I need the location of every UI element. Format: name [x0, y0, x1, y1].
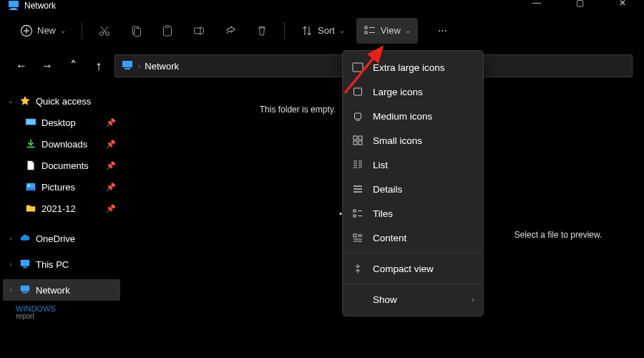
network-icon	[19, 284, 31, 296]
sidebar-item-downloads[interactable]: Downloads 📌	[3, 133, 120, 155]
view-label: View	[381, 25, 401, 36]
cut-icon	[98, 24, 111, 37]
preview-panel: Select a file to preview.	[472, 83, 644, 358]
sidebar-label: Documents	[42, 160, 89, 171]
chevron-right-icon: ›	[472, 295, 474, 304]
chevron-down-icon: ⌄	[60, 26, 66, 34]
pin-icon: 📌	[106, 118, 116, 127]
toolbar-divider	[284, 22, 285, 39]
menu-label: Show	[373, 294, 397, 305]
svg-rect-1	[11, 8, 16, 9]
watermark: WINDOWS report	[16, 305, 120, 320]
menu-item-medium-icons[interactable]: Medium icons	[343, 104, 483, 128]
content-icon	[351, 232, 364, 243]
menu-label: Details	[373, 184, 402, 195]
sort-icon	[301, 24, 313, 37]
copy-button[interactable]	[122, 18, 150, 44]
chevron-down-icon: ⌄	[7, 97, 14, 105]
sidebar-item-onedrive[interactable]: › OneDrive	[3, 228, 120, 249]
sidebar-item-pictures[interactable]: Pictures 📌	[3, 176, 120, 198]
desktop-icon	[24, 116, 37, 129]
menu-item-tiles[interactable]: • Tiles	[343, 201, 483, 226]
cut-button[interactable]	[91, 18, 118, 44]
chevron-right-icon: ›	[7, 235, 14, 242]
menu-item-list[interactable]: List	[343, 153, 483, 177]
menu-item-show[interactable]: Show ›	[343, 287, 483, 311]
view-button[interactable]: View ⌄	[356, 18, 418, 44]
list-icon	[351, 159, 364, 170]
sidebar-item-desktop[interactable]: Desktop 📌	[3, 112, 120, 133]
forward-button[interactable]: →	[37, 56, 57, 76]
sidebar-item-folder[interactable]: 2021-12 📌	[3, 198, 120, 219]
window-title: Network	[24, 1, 56, 11]
share-icon	[224, 24, 237, 37]
view-menu: Extra large icons Large icons Medium ico…	[342, 50, 484, 316]
monitor-icon	[19, 258, 31, 271]
more-button[interactable]: ⋯	[429, 18, 457, 44]
svg-rect-13	[122, 61, 132, 67]
sort-button[interactable]: Sort ⌄	[293, 18, 352, 44]
svg-rect-31	[358, 141, 362, 145]
download-icon	[24, 137, 37, 150]
sidebar-item-this-pc[interactable]: › This PC	[3, 253, 120, 275]
menu-item-details[interactable]: Details	[343, 177, 483, 201]
svg-rect-7	[135, 28, 141, 36]
svg-rect-28	[353, 136, 357, 140]
breadcrumb-chevron-icon: ›	[138, 62, 140, 70]
sidebar-item-documents[interactable]: Documents 📌	[3, 155, 120, 176]
menu-separator	[343, 284, 483, 284]
pin-icon: 📌	[106, 161, 116, 170]
menu-item-large-icons[interactable]: Large icons	[343, 79, 483, 104]
large-icons-icon	[351, 86, 364, 97]
rename-icon	[192, 24, 205, 37]
new-button[interactable]: New ⌄	[13, 18, 73, 44]
close-button[interactable]: ✕	[608, 0, 637, 8]
svg-rect-17	[27, 147, 35, 148]
paste-button[interactable]	[154, 18, 181, 44]
menu-item-xl-icons[interactable]: Extra large icons	[343, 55, 483, 79]
refresh-button[interactable]: ↑	[89, 56, 109, 76]
sidebar-label: OneDrive	[36, 233, 75, 244]
sidebar: ⌄ Quick access Desktop 📌 Downloads 📌	[0, 83, 123, 358]
new-label: New	[37, 25, 56, 36]
sidebar-label: 2021-12	[42, 203, 76, 214]
menu-label: Content	[373, 233, 406, 243]
up-button[interactable]: ˄	[63, 56, 83, 76]
share-button[interactable]	[217, 18, 244, 44]
menu-item-content[interactable]: Content	[343, 226, 483, 250]
sidebar-item-quick-access[interactable]: ⌄ Quick access	[3, 90, 120, 112]
back-button[interactable]: ←	[11, 56, 31, 76]
sidebar-item-network[interactable]: › Network	[3, 279, 120, 301]
small-icons-icon	[351, 135, 364, 146]
paste-icon	[161, 24, 174, 37]
menu-label: Large icons	[373, 87, 423, 97]
sidebar-label: Quick access	[36, 96, 91, 107]
pin-icon: 📌	[106, 140, 116, 149]
folder-icon	[24, 202, 37, 215]
rename-button[interactable]	[185, 18, 213, 44]
menu-item-small-icons[interactable]: Small icons	[343, 128, 483, 153]
cloud-icon	[19, 232, 31, 245]
preview-hint: Select a file to preview.	[514, 230, 602, 240]
chevron-right-icon: ›	[7, 286, 14, 294]
chevron-down-icon: ⌄	[405, 26, 411, 34]
svg-rect-11	[365, 26, 367, 29]
maximize-button[interactable]: ▢	[565, 0, 594, 8]
minimize-button[interactable]: —	[522, 0, 551, 8]
svg-rect-14	[125, 68, 130, 69]
xl-icons-icon	[351, 62, 364, 73]
details-icon	[351, 183, 364, 195]
menu-item-compact[interactable]: Compact view	[343, 256, 483, 281]
selected-bullet-icon: •	[338, 210, 343, 218]
svg-rect-26	[355, 113, 361, 119]
breadcrumb-current: Network	[145, 61, 179, 72]
menu-label: Compact view	[373, 263, 434, 274]
svg-rect-2	[9, 9, 18, 10]
svg-rect-20	[21, 260, 29, 266]
delete-button[interactable]	[248, 18, 275, 44]
search-input[interactable]	[461, 54, 633, 77]
sidebar-label: Desktop	[42, 117, 76, 128]
svg-point-5	[106, 32, 109, 35]
svg-point-4	[100, 32, 104, 35]
svg-rect-9	[166, 25, 170, 27]
